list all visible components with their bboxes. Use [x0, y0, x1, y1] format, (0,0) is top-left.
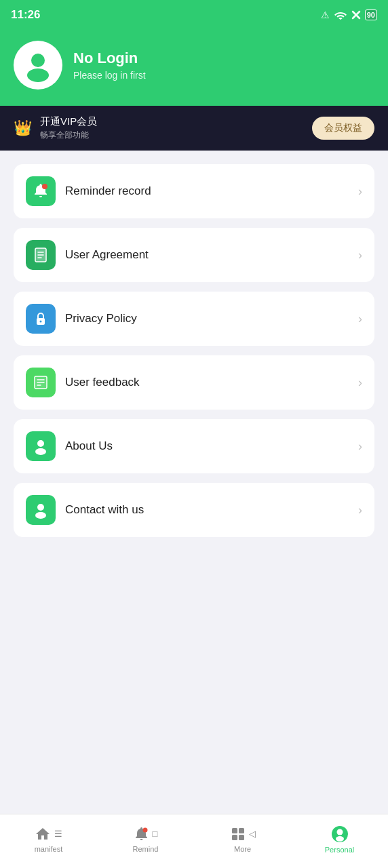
svg-point-18 [35, 448, 46, 455]
menu-item-user-feedback[interactable]: User feedback › [14, 355, 374, 410]
vip-text: 开通VIP会员 畅享全部功能 [40, 115, 97, 141]
feedback-icon [32, 374, 50, 391]
about-us-label: About Us [65, 439, 113, 453]
vip-subtitle: 畅享全部功能 [40, 130, 97, 141]
about-us-icon-wrap [26, 431, 56, 461]
svg-rect-23 [239, 828, 244, 833]
avatar-icon [21, 48, 55, 82]
vip-title: 开通VIP会员 [40, 115, 97, 128]
personal-icon [331, 825, 349, 843]
svg-rect-25 [239, 835, 244, 840]
battery-icon: 90 [365, 9, 377, 20]
more-icon: ◁ [230, 826, 256, 842]
contact-us-label: Contact with us [65, 503, 144, 517]
bottom-nav: ☰ manifest □ Remind ◁ More [0, 814, 388, 868]
svg-rect-22 [232, 828, 237, 833]
vip-banner: 👑 开通VIP会员 畅享全部功能 会员权益 [0, 106, 388, 151]
reminder-record-icon-wrap [26, 176, 56, 206]
lock-icon [32, 310, 50, 328]
vip-banner-left: 👑 开通VIP会员 畅享全部功能 [14, 115, 97, 141]
chevron-icon: › [358, 376, 362, 390]
menu-item-privacy-policy[interactable]: Privacy Policy › [14, 292, 374, 346]
svg-rect-24 [232, 835, 237, 840]
header-title: No Login [73, 50, 146, 67]
svg-point-11 [40, 321, 42, 323]
svg-point-20 [35, 512, 46, 519]
user-agreement-icon-wrap [26, 240, 56, 270]
chevron-icon: › [358, 439, 362, 454]
header: No Login Please log in first [0, 30, 388, 106]
x-icon [351, 10, 361, 20]
header-text: No Login Please log in first [73, 50, 146, 81]
remind-label: Remind [133, 845, 159, 853]
svg-point-17 [37, 440, 44, 447]
user-feedback-label: User feedback [65, 376, 140, 389]
personal-label: Personal [325, 846, 354, 854]
nav-item-personal[interactable]: Personal [291, 825, 388, 854]
manifest-label: manifest [35, 845, 63, 853]
bell-icon [32, 182, 50, 200]
user-feedback-icon-wrap [26, 368, 56, 397]
svg-rect-16 [35, 376, 47, 389]
svg-point-27 [336, 829, 343, 835]
vip-button[interactable]: 会员权益 [312, 117, 374, 140]
svg-point-28 [336, 836, 344, 842]
chevron-icon: › [358, 503, 362, 517]
wifi-icon [334, 10, 347, 20]
chevron-icon: › [358, 184, 362, 199]
menu-item-contact-us[interactable]: Contact with us › [14, 483, 374, 537]
svg-point-21 [142, 827, 147, 832]
avatar [14, 41, 62, 90]
svg-point-2 [31, 54, 45, 67]
svg-point-4 [42, 184, 47, 189]
manifest-icon: ☰ [35, 826, 62, 842]
privacy-policy-label: Privacy Policy [65, 312, 137, 326]
svg-point-19 [37, 504, 44, 511]
contact-icon [31, 500, 50, 519]
user-agreement-label: User Agreement [65, 248, 149, 262]
nav-item-manifest[interactable]: ☰ manifest [0, 826, 97, 853]
menu-item-reminder-record[interactable]: Reminder record › [14, 164, 374, 218]
chevron-icon: › [358, 312, 362, 326]
privacy-policy-icon-wrap [26, 304, 56, 334]
menu-item-about-us[interactable]: About Us › [14, 419, 374, 473]
warning-icon: ⚠ [321, 9, 330, 20]
remind-icon: □ [134, 826, 158, 842]
header-subtitle: Please log in first [73, 70, 146, 81]
status-icons: ⚠ 90 [321, 9, 377, 20]
status-bar: 11:26 ⚠ 90 [0, 0, 388, 30]
status-time: 11:26 [11, 8, 40, 22]
contact-us-icon-wrap [26, 495, 56, 525]
nav-item-remind[interactable]: □ Remind [97, 826, 194, 853]
crown-icon: 👑 [14, 119, 32, 137]
more-label: More [234, 845, 251, 853]
menu-item-user-agreement[interactable]: User Agreement › [14, 228, 374, 282]
menu-section: Reminder record › User Agreement › [0, 151, 388, 537]
document-icon [32, 246, 50, 264]
svg-point-3 [27, 68, 49, 82]
nav-item-more[interactable]: ◁ More [194, 826, 291, 853]
reminder-record-label: Reminder record [65, 184, 151, 198]
chevron-icon: › [358, 248, 362, 262]
person-icon [31, 437, 50, 456]
